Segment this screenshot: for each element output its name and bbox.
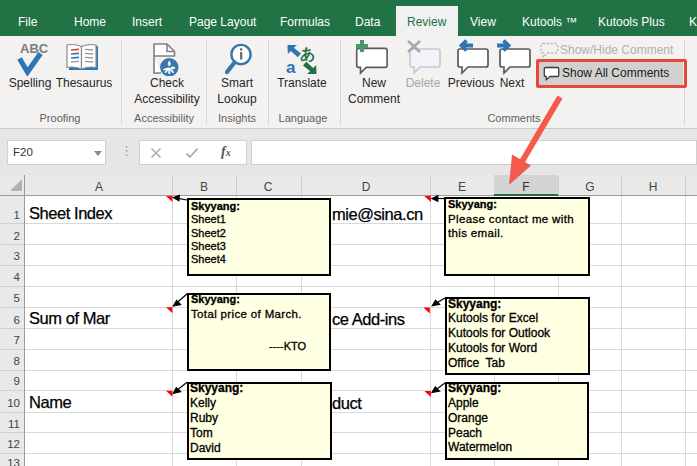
svg-text:ABC: ABC (20, 41, 49, 56)
svg-text:あ: あ (300, 45, 315, 63)
svg-text:a: a (286, 58, 296, 76)
